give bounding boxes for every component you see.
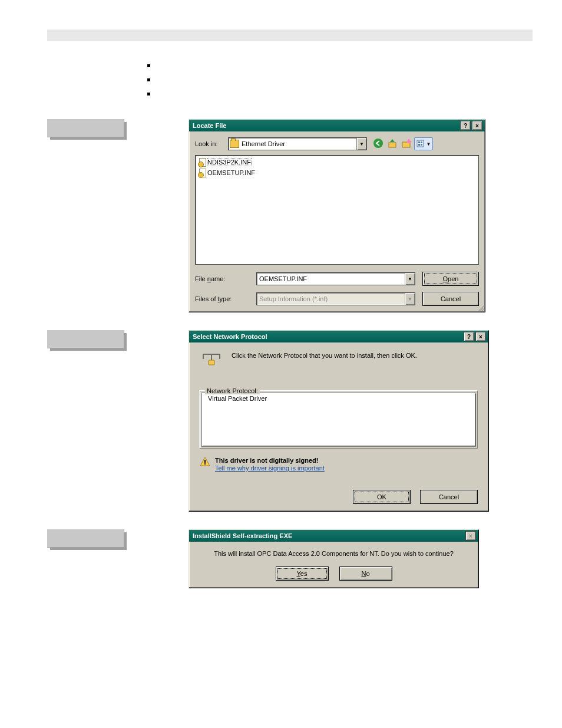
figure-label <box>47 330 124 348</box>
instruction-text: Click the Network Protocol that you want… <box>232 352 478 367</box>
network-protocol-icon <box>200 352 223 367</box>
titlebar[interactable]: Select Network Protocol ? × <box>189 331 488 342</box>
context-help-button[interactable]: ? <box>464 332 474 341</box>
close-icon: × <box>475 123 479 129</box>
confirm-message: This will install OPC Data Access 2.0 Co… <box>196 550 471 557</box>
warning-icon <box>200 457 210 466</box>
new-folder-icon <box>401 138 412 149</box>
close-button[interactable]: × <box>472 121 482 130</box>
titlebar[interactable]: InstallShield Self-extracting EXE × <box>189 530 478 542</box>
chevron-down-icon: ▼ <box>427 141 431 147</box>
resize-grip[interactable] <box>477 304 484 311</box>
bullet-icon <box>147 64 150 67</box>
titlebar[interactable]: Locate File ? × <box>189 120 485 131</box>
svg-rect-15 <box>209 360 214 365</box>
window-title: Select Network Protocol <box>191 333 464 340</box>
groupbox-label: Network Protocol: <box>205 387 260 394</box>
bullet-item <box>147 87 562 101</box>
cancel-button[interactable]: Cancel <box>420 490 478 504</box>
file-name: OEMSETUP.INF <box>207 169 255 176</box>
svg-point-3 <box>407 140 411 143</box>
protocol-item[interactable]: Virtual Packet Driver <box>202 393 475 404</box>
protocol-list[interactable]: Virtual Packet Driver <box>201 393 476 447</box>
locate-file-dialog: Locate File ? × Look in: Ethernet Driver… <box>189 119 485 312</box>
window-title: InstallShield Self-extracting EXE <box>191 532 465 539</box>
chevron-down-icon[interactable]: ▼ <box>356 138 366 150</box>
bullet-item <box>147 59 562 73</box>
installshield-confirm-dialog: InstallShield Self-extracting EXE × This… <box>189 529 479 588</box>
bullet-icon <box>147 93 150 95</box>
inf-file-icon <box>198 158 206 167</box>
files-of-type-value: Setup Information (*.inf) <box>259 295 328 302</box>
svg-rect-9 <box>418 144 420 146</box>
folder-icon <box>230 140 239 148</box>
file-item[interactable]: NDIS3P2K.INF <box>197 157 477 167</box>
close-button[interactable]: × <box>475 332 486 341</box>
page-header-band <box>47 29 533 41</box>
file-name-combobox[interactable]: OEMSETUP.INF ▼ <box>256 272 415 285</box>
up-one-level-button[interactable] <box>386 137 399 149</box>
look-in-label: Look in: <box>195 140 224 147</box>
cancel-button[interactable]: Cancel <box>422 292 479 306</box>
inf-file-icon <box>198 169 206 177</box>
chevron-down-icon[interactable]: ▼ <box>405 273 415 285</box>
close-icon: × <box>469 533 472 539</box>
svg-point-0 <box>373 139 383 148</box>
svg-rect-6 <box>417 140 424 147</box>
figure-label <box>47 119 124 137</box>
svg-rect-1 <box>389 143 396 147</box>
context-help-button[interactable]: ? <box>460 121 471 130</box>
question-icon: ? <box>467 334 471 340</box>
back-icon <box>373 138 384 149</box>
bullet-list <box>147 59 562 101</box>
file-name-label: File name: <box>195 275 249 282</box>
open-button[interactable]: Open <box>422 272 479 286</box>
svg-rect-10 <box>421 144 422 146</box>
signing-warning-title: This driver is not digitally signed! <box>215 457 325 464</box>
look-in-dropdown[interactable]: Ethernet Driver ▼ <box>228 137 367 150</box>
svg-rect-8 <box>421 141 422 143</box>
file-name-value: OEMSETUP.INF <box>259 275 307 282</box>
ok-button[interactable]: OK <box>353 490 411 504</box>
close-icon: × <box>479 334 482 340</box>
network-protocol-groupbox: Network Protocol: Virtual Packet Driver <box>200 391 478 449</box>
files-of-type-combobox: Setup Information (*.inf) ▼ <box>256 292 415 305</box>
up-one-level-icon <box>387 138 398 149</box>
new-folder-button[interactable] <box>400 137 413 149</box>
back-button[interactable] <box>372 137 385 149</box>
signing-info-link[interactable]: Tell me why driver signing is important <box>215 465 325 472</box>
files-of-type-label: Files of type: <box>195 295 249 302</box>
select-network-protocol-dialog: Select Network Protocol ? × Click the N <box>189 330 489 512</box>
chevron-down-icon: ▼ <box>405 293 415 305</box>
bullet-item <box>147 73 562 87</box>
svg-rect-17 <box>204 463 206 465</box>
views-menu-button[interactable]: ▼ <box>414 137 433 150</box>
question-icon: ? <box>464 123 467 129</box>
svg-rect-7 <box>418 141 420 143</box>
file-name: NDIS3P2K.INF <box>207 159 251 166</box>
figure-label <box>47 529 124 547</box>
file-item[interactable]: OEMSETUP.INF <box>197 167 477 178</box>
bullet-icon <box>147 78 150 81</box>
views-icon <box>416 140 426 148</box>
no-button[interactable]: No <box>339 566 392 581</box>
yes-button[interactable]: Yes <box>276 566 329 581</box>
look-in-value: Ethernet Driver <box>242 140 285 147</box>
window-title: Locate File <box>191 122 460 129</box>
svg-rect-16 <box>204 460 206 463</box>
file-list-pane[interactable]: NDIS3P2K.INF OEMSETUP.INF <box>195 155 479 265</box>
close-button[interactable]: × <box>465 531 476 541</box>
